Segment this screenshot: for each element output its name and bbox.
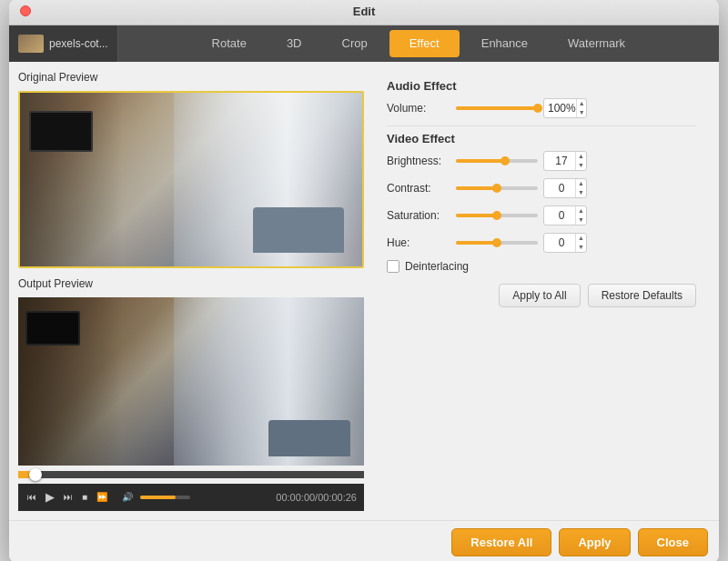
contrast-up-arrow[interactable]: ▲ xyxy=(576,179,586,188)
volume-down-arrow[interactable]: ▼ xyxy=(577,108,587,117)
tab-effect[interactable]: Effect xyxy=(389,30,460,57)
saturation-value: 0 xyxy=(544,209,575,222)
contrast-value: 0 xyxy=(544,182,575,195)
output-preview-label: Output Preview xyxy=(18,277,373,290)
deinterlacing-label: Deinterlacing xyxy=(405,260,469,273)
hue-value-box: 0 ▲ ▼ xyxy=(543,233,587,253)
original-preview-label: Original Preview xyxy=(18,71,373,84)
volume-value-box: 100% ▲ ▼ xyxy=(543,98,587,118)
output-tv-shape xyxy=(25,311,80,346)
tab-rotate[interactable]: Rotate xyxy=(192,25,267,62)
brightness-value: 17 xyxy=(544,155,575,167)
saturation-fill xyxy=(456,214,497,217)
brightness-row: Brightness: 17 ▲ ▼ xyxy=(387,151,696,171)
restore-defaults-button[interactable]: Restore Defaults xyxy=(588,284,696,307)
volume-icon: 🔊 xyxy=(120,490,135,504)
next-frame-button[interactable]: ⏩ xyxy=(95,490,109,504)
playback-thumb[interactable] xyxy=(29,468,42,481)
saturation-value-box: 0 ▲ ▼ xyxy=(543,205,587,225)
hue-down-arrow[interactable]: ▼ xyxy=(576,243,586,252)
contrast-fill xyxy=(456,186,497,190)
brightness-arrows[interactable]: ▲ ▼ xyxy=(575,152,586,170)
sofa-shape xyxy=(253,207,344,253)
saturation-slider[interactable] xyxy=(456,214,538,217)
saturation-down-arrow[interactable]: ▼ xyxy=(576,215,586,225)
brightness-value-box: 17 ▲ ▼ xyxy=(543,151,587,171)
close-button[interactable]: Close xyxy=(638,528,708,556)
hue-up-arrow[interactable]: ▲ xyxy=(576,234,586,243)
file-icon xyxy=(18,35,44,53)
saturation-row: Saturation: 0 ▲ ▼ xyxy=(387,205,696,225)
playback-bar[interactable] xyxy=(18,471,364,478)
output-sofa xyxy=(268,420,350,456)
audio-effect-title: Audio Effect xyxy=(387,79,696,93)
hue-fill xyxy=(456,241,497,245)
divider-1 xyxy=(387,125,696,126)
apply-button[interactable]: Apply xyxy=(559,528,630,556)
hue-row: Hue: 0 ▲ ▼ xyxy=(387,233,696,253)
video-effect-title: Video Effect xyxy=(387,132,696,145)
tv-shape xyxy=(29,111,93,152)
volume-label: Volume: xyxy=(387,102,450,115)
bottom-bar: Restore All Apply Close xyxy=(9,520,719,562)
contrast-label: Contrast: xyxy=(387,182,450,195)
brightness-fill xyxy=(456,159,505,163)
saturation-label: Saturation: xyxy=(387,209,450,222)
volume-arrows[interactable]: ▲ ▼ xyxy=(576,99,587,117)
tab-bar: pexels-cot... Rotate 3D Crop Effect Enha… xyxy=(9,25,719,62)
brightness-down-arrow[interactable]: ▼ xyxy=(576,161,586,170)
saturation-up-arrow[interactable]: ▲ xyxy=(576,206,586,215)
tab-3d[interactable]: 3D xyxy=(267,25,322,62)
output-preview-box xyxy=(18,297,364,466)
saturation-arrows[interactable]: ▲ ▼ xyxy=(575,206,586,225)
skip-forward-button[interactable]: ⏭ xyxy=(62,490,75,504)
volume-slider-thumb[interactable] xyxy=(533,104,542,113)
brightness-up-arrow[interactable]: ▲ xyxy=(576,152,586,161)
original-preview-box xyxy=(18,91,364,268)
skip-back-button[interactable]: ⏮ xyxy=(25,490,38,504)
hue-thumb[interactable] xyxy=(492,238,501,247)
apply-to-all-button[interactable]: Apply to All xyxy=(499,284,580,307)
tab-list: Rotate 3D Crop Effect Enhance Watermark xyxy=(118,25,719,62)
volume-fill xyxy=(140,496,176,499)
title-bar: Edit xyxy=(9,0,719,25)
contrast-slider[interactable] xyxy=(456,186,538,190)
window-title: Edit xyxy=(353,5,376,18)
contrast-down-arrow[interactable]: ▼ xyxy=(576,188,586,197)
volume-slider-track[interactable] xyxy=(456,106,538,110)
output-preview-image xyxy=(18,297,364,466)
brightness-slider[interactable] xyxy=(456,159,538,163)
tab-crop[interactable]: Crop xyxy=(322,25,388,62)
controls-bar: ⏮ ▶ ⏭ ■ ⏩ 🔊 00:00:00/00:00:26 xyxy=(18,484,364,511)
preview-panel: Original Preview Output Preview xyxy=(18,71,373,511)
main-content: Original Preview Output Preview xyxy=(9,62,719,520)
deinterlacing-checkbox[interactable] xyxy=(387,260,399,273)
stop-button[interactable]: ■ xyxy=(80,490,89,504)
hue-label: Hue: xyxy=(387,236,450,249)
brightness-thumb[interactable] xyxy=(500,156,510,165)
deinterlacing-row: Deinterlacing xyxy=(387,260,696,273)
time-display: 00:00:00/00:00:26 xyxy=(276,492,357,503)
volume-up-arrow[interactable]: ▲ xyxy=(577,99,587,108)
play-button[interactable]: ▶ xyxy=(44,488,56,506)
main-window: Edit pexels-cot... Rotate 3D Crop Effect… xyxy=(9,0,719,561)
tab-watermark[interactable]: Watermark xyxy=(548,25,645,62)
right-panel: Audio Effect Volume: 100% ▲ ▼ Video Effe… xyxy=(373,71,710,511)
brightness-label: Brightness: xyxy=(387,155,450,167)
contrast-value-box: 0 ▲ ▼ xyxy=(543,178,587,198)
hue-slider[interactable] xyxy=(456,241,538,245)
restore-all-button[interactable]: Restore All xyxy=(451,528,551,556)
volume-value: 100% xyxy=(544,102,576,115)
contrast-arrows[interactable]: ▲ ▼ xyxy=(575,179,586,197)
close-button[interactable] xyxy=(20,5,31,16)
hue-arrows[interactable]: ▲ ▼ xyxy=(575,234,586,252)
file-name-label: pexels-cot... xyxy=(49,37,108,50)
file-thumbnail[interactable]: pexels-cot... xyxy=(9,25,118,62)
volume-row: Volume: 100% ▲ ▼ xyxy=(387,98,696,118)
tab-enhance[interactable]: Enhance xyxy=(461,25,548,62)
secondary-actions: Apply to All Restore Defaults xyxy=(387,284,696,307)
volume-slider[interactable] xyxy=(140,496,190,499)
contrast-thumb[interactable] xyxy=(492,184,501,193)
saturation-thumb[interactable] xyxy=(492,211,501,220)
contrast-row: Contrast: 0 ▲ ▼ xyxy=(387,178,696,198)
